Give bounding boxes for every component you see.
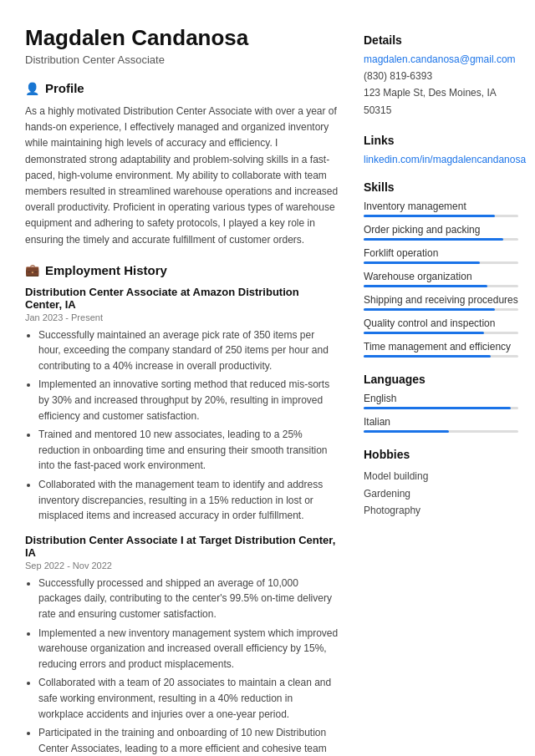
lang-bar-fill-0 (364, 407, 511, 409)
details-heading: Details (364, 33, 518, 47)
skill-bar-fill-6 (364, 355, 491, 358)
skill-bar-fill-2 (364, 261, 480, 264)
job-title-1: Distribution Center Associate I at Targe… (25, 534, 339, 559)
right-column: Details magdalen.candanosa@gmail.com (83… (364, 25, 518, 756)
languages-container: EnglishItalian (364, 393, 518, 433)
job-bullet-1-2: Collaborated with a team of 20 associate… (38, 675, 339, 722)
job-bullet-0-1: Implemented an innovative sorting method… (38, 377, 339, 424)
employment-heading: 💼 Employment History (25, 263, 339, 277)
hobbies-container: Model buildingGardeningPhotography (364, 468, 518, 519)
lang-item-1: Italian (364, 416, 518, 433)
job-bullets-0: Successfully maintained an average pick … (25, 327, 339, 524)
lang-label-1: Italian (364, 416, 518, 428)
employment-section: 💼 Employment History Distribution Center… (25, 263, 339, 756)
skill-item-3: Warehouse organization (364, 271, 518, 287)
job-bullets-1: Successfully processed and shipped an av… (25, 576, 339, 756)
skill-item-1: Order picking and packing (364, 224, 518, 241)
hobbies-heading: Hobbies (364, 448, 518, 461)
job-dates-0: Jan 2023 - Present (25, 312, 339, 322)
job-bullet-0-0: Successfully maintained an average pick … (38, 327, 339, 374)
skill-bar-bg-0 (364, 215, 518, 217)
lang-bar-bg-1 (364, 430, 518, 433)
skill-bar-bg-3 (364, 285, 518, 287)
skill-bar-bg-5 (364, 332, 518, 334)
header-title: Distribution Center Associate (25, 53, 339, 66)
links-heading: Links (364, 134, 518, 147)
links-section: Links linkedin.com/in/magdalencandanosa (364, 134, 518, 165)
languages-heading: Languages (364, 373, 518, 386)
profile-icon: 👤 (25, 82, 39, 95)
languages-section: Languages EnglishItalian (364, 373, 518, 433)
hobbies-section: Hobbies Model buildingGardeningPhotograp… (364, 448, 518, 519)
skill-label-3: Warehouse organization (364, 271, 518, 282)
address-text: 123 Maple St, Des Moines, IA 50315 (364, 84, 518, 119)
email-link[interactable]: magdalen.candanosa@gmail.com (364, 53, 518, 65)
header-name: Magdalen Candanosa (25, 25, 339, 51)
profile-section: 👤 Profile As a highly motivated Distribu… (25, 81, 339, 248)
skill-item-6: Time management and efficiency (364, 341, 518, 358)
links-container: linkedin.com/in/magdalencandanosa (364, 154, 518, 165)
skill-label-2: Forklift operation (364, 247, 518, 259)
lang-item-0: English (364, 393, 518, 409)
hobby-item-1: Gardening (364, 485, 518, 502)
job-bullet-1-1: Implemented a new inventory management s… (38, 626, 339, 672)
jobs-container: Distribution Center Associate at Amazon … (25, 286, 339, 756)
skill-bar-fill-0 (364, 215, 495, 217)
job-bullet-1-0: Successfully processed and shipped an av… (38, 576, 339, 622)
skill-item-4: Shipping and receiving procedures (364, 294, 518, 311)
skill-item-2: Forklift operation (364, 247, 518, 264)
left-column: Magdalen Candanosa Distribution Center A… (25, 25, 339, 756)
skill-item-0: Inventory management (364, 200, 518, 217)
lang-bar-bg-0 (364, 407, 518, 409)
job-dates-1: Sep 2022 - Nov 2022 (25, 561, 339, 571)
employment-icon: 💼 (25, 263, 39, 277)
skill-label-6: Time management and efficiency (364, 341, 518, 353)
job-bullet-0-2: Trained and mentored 10 new associates, … (38, 427, 339, 474)
skill-label-0: Inventory management (364, 200, 518, 212)
skill-bar-bg-2 (364, 261, 518, 264)
job-title-0: Distribution Center Associate at Amazon … (25, 286, 339, 311)
skill-label-5: Quality control and inspection (364, 317, 518, 329)
profile-text: As a highly motivated Distribution Cente… (25, 104, 339, 248)
skill-bar-bg-6 (364, 355, 518, 358)
skills-heading: Skills (364, 180, 518, 194)
skill-label-4: Shipping and receiving procedures (364, 294, 518, 306)
skill-bar-fill-4 (364, 308, 495, 311)
skill-bar-fill-3 (364, 285, 487, 287)
hobby-item-2: Photography (364, 502, 518, 519)
lang-bar-fill-1 (364, 430, 449, 433)
hobby-item-0: Model building (364, 468, 518, 485)
skill-label-1: Order picking and packing (364, 224, 518, 236)
link-item-0[interactable]: linkedin.com/in/magdalencandanosa (364, 154, 518, 165)
lang-label-0: English (364, 393, 518, 404)
skill-bar-bg-4 (364, 308, 518, 311)
details-section: Details magdalen.candanosa@gmail.com (83… (364, 33, 518, 119)
skills-section: Skills Inventory managementOrder picking… (364, 180, 518, 358)
profile-heading: 👤 Profile (25, 81, 339, 95)
skill-bar-fill-5 (364, 332, 484, 334)
skill-bar-fill-1 (364, 238, 503, 241)
phone-text: (830) 819-6393 (364, 68, 518, 84)
job-bullet-1-3: Participated in the training and onboard… (38, 725, 339, 756)
skill-bar-bg-1 (364, 238, 518, 241)
skills-container: Inventory managementOrder picking and pa… (364, 200, 518, 358)
job-bullet-0-3: Collaborated with the management team to… (38, 477, 339, 524)
skill-item-5: Quality control and inspection (364, 317, 518, 334)
